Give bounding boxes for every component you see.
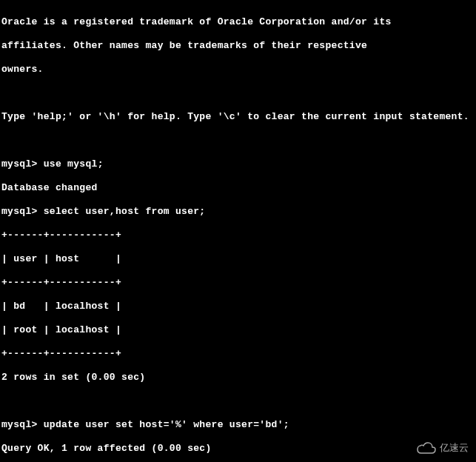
response-line: Database changed	[1, 182, 475, 194]
command-line: mysql> use mysql;	[1, 158, 475, 170]
watermark: 亿速云	[416, 441, 469, 455]
command-line: mysql> select user,host from user;	[1, 206, 475, 218]
table-row: | bd | localhost |	[1, 301, 475, 312]
watermark-text: 亿速云	[440, 442, 469, 454]
terminal-output: Oracle is a registered trademark of Orac…	[1, 4, 475, 462]
blank-line	[1, 87, 475, 99]
response-line: Query OK, 1 row affected (0.00 sec)	[1, 443, 475, 455]
command-line: mysql> update user set host='%' where us…	[1, 419, 475, 431]
intro-line: affiliates. Other names may be trademark…	[1, 40, 475, 52]
table-header: | user | host |	[1, 253, 475, 265]
intro-line: owners.	[1, 64, 475, 76]
help-line: Type 'help;' or '\h' for help. Type '\c'…	[1, 111, 475, 123]
table-row: | root | localhost |	[1, 324, 475, 336]
cloud-icon	[416, 441, 437, 455]
table-border: +------+-----------+	[1, 230, 475, 241]
table-border: +------+-----------+	[1, 277, 475, 289]
intro-line: Oracle is a registered trademark of Orac…	[1, 16, 475, 28]
summary-line: 2 rows in set (0.00 sec)	[1, 372, 475, 384]
table-border: +------+-----------+	[1, 348, 475, 360]
blank-line	[1, 395, 475, 407]
blank-line	[1, 135, 475, 147]
